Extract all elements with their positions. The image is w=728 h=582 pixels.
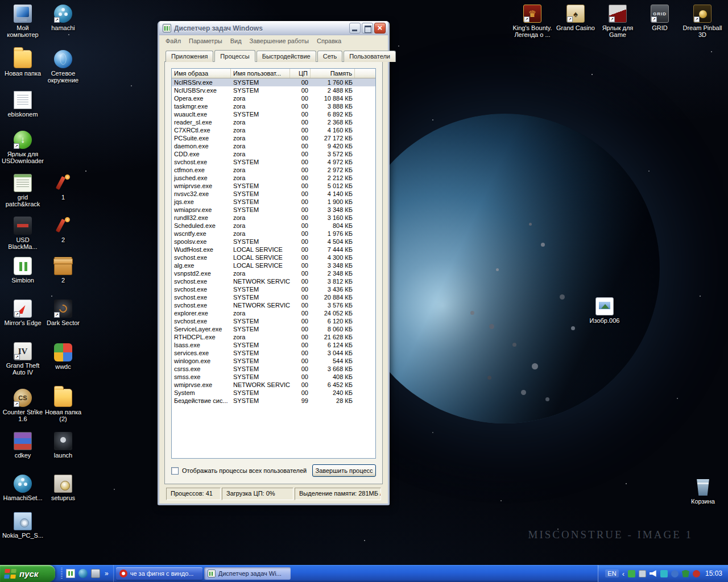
process-row[interactable]: jusched.exezora002 212 КБ xyxy=(172,174,375,182)
display-tray-icon[interactable] xyxy=(639,570,646,577)
end-process-button[interactable]: Завершить процесс xyxy=(312,464,376,477)
desktop-icon[interactable]: Мой компьютер xyxy=(1,5,44,38)
quick-launch-overflow-chevron-icon[interactable]: » xyxy=(104,569,109,577)
process-row[interactable]: wmiprvse.exeNETWORK SERVICE006 452 КБ xyxy=(172,381,375,389)
column-header[interactable]: Имя образа xyxy=(172,69,231,78)
process-row[interactable]: svchost.exeNETWORK SERVICE003 812 КБ xyxy=(172,277,375,285)
column-header[interactable]: Имя пользоват... xyxy=(231,69,290,78)
desktop-icon[interactable]: 2 xyxy=(42,217,85,243)
close-button[interactable] xyxy=(374,23,386,34)
menu-item[interactable]: Вид xyxy=(226,36,246,45)
process-row[interactable]: svchost.exeSYSTEM003 436 КБ xyxy=(172,285,375,293)
desktop-icon[interactable]: USD BlackMa... xyxy=(1,217,44,250)
process-row[interactable]: NclRSSrv.exeSYSTEM001 760 КБ xyxy=(172,78,375,86)
desktop-icon[interactable]: ↗Grand Casino xyxy=(554,5,597,31)
process-row[interactable]: SystemSYSTEM00240 КБ xyxy=(172,389,375,397)
taskbar-clock[interactable]: 15:03 xyxy=(704,569,722,577)
tab-item[interactable]: Сеть xyxy=(317,51,342,62)
tab-active[interactable]: Процессы xyxy=(214,50,255,62)
ql-messenger-icon[interactable] xyxy=(78,569,88,578)
menu-item[interactable]: Файл xyxy=(162,36,185,45)
desktop-icon[interactable]: Nokia_PC_S... xyxy=(1,512,44,539)
hamachi-tray-icon[interactable] xyxy=(628,570,635,577)
desktop-icon[interactable]: 2 xyxy=(42,257,85,284)
process-row[interactable]: ServiceLayer.exeSYSTEM008 060 КБ xyxy=(172,325,375,333)
desktop-icon[interactable]: Корзина xyxy=(681,478,725,505)
process-row[interactable]: taskmgr.exezora003 888 КБ xyxy=(172,102,375,110)
maximize-button[interactable] xyxy=(362,23,373,34)
desktop-icon[interactable]: Simbion xyxy=(1,257,44,284)
process-row[interactable]: svchost.exeNETWORK SERVICE003 576 КБ xyxy=(172,301,375,309)
pcsuite-tray-icon[interactable] xyxy=(660,570,668,577)
process-row[interactable]: wuauclt.exeSYSTEM006 892 КБ xyxy=(172,110,375,118)
process-row[interactable]: daemon.exezora009 420 КБ xyxy=(172,142,375,150)
desktop-icon[interactable]: ↗Grand Theft Auto IV xyxy=(1,342,44,376)
volume-icon[interactable] xyxy=(650,570,657,577)
process-row[interactable]: WudfHost.exeLOCAL SERVICE007 444 КБ xyxy=(172,246,375,253)
menu-item[interactable]: Завершение работы xyxy=(246,36,313,45)
process-row[interactable]: winlogon.exeSYSTEM00544 КБ xyxy=(172,357,375,365)
antivirus-tray-icon[interactable] xyxy=(682,570,689,577)
process-row[interactable]: jqs.exeSYSTEM001 900 КБ xyxy=(172,198,375,206)
ql-simbion-icon[interactable] xyxy=(66,569,75,578)
process-row[interactable]: wscntfy.exezora001 976 КБ xyxy=(172,230,375,238)
process-row[interactable]: svchost.exeSYSTEM0020 884 КБ xyxy=(172,293,375,301)
desktop-icon[interactable]: ↗hamachi xyxy=(42,5,85,31)
process-row[interactable]: Opera.exezora0010 884 КБ xyxy=(172,94,375,102)
process-row[interactable]: svchost.exeSYSTEM006 120 КБ xyxy=(172,317,375,325)
quick-launch-handle[interactable] xyxy=(61,568,63,579)
desktop-icon[interactable]: setuprus xyxy=(42,475,85,501)
show-all-users-checkbox[interactable] xyxy=(171,467,179,475)
process-row[interactable]: RTHDCPL.exezora0021 628 КБ xyxy=(172,333,375,341)
process-row[interactable]: wmiapsrv.exeSYSTEM003 348 КБ xyxy=(172,206,375,214)
taskbar-window-button[interactable]: че за фигня с виндо... xyxy=(116,567,202,580)
menu-item[interactable]: Справка xyxy=(313,36,345,45)
desktop-icon[interactable]: Изобр.006 xyxy=(583,297,626,324)
process-row[interactable]: reader_sl.exezora002 368 КБ xyxy=(172,118,375,126)
tab-item[interactable]: Приложения xyxy=(166,51,213,62)
desktop-icon[interactable]: ↗Dream Pinball 3D xyxy=(681,5,724,38)
desktop-icon[interactable]: ↗Ярлык для Game xyxy=(596,5,639,38)
process-row[interactable]: spoolsv.exeSYSTEM004 504 КБ xyxy=(172,238,375,246)
process-row[interactable]: NclUSBSrv.exeSYSTEM002 488 КБ xyxy=(172,86,375,94)
desktop-icon[interactable]: wwdc xyxy=(42,343,85,370)
process-row[interactable]: explorer.exezora0024 052 КБ xyxy=(172,309,375,317)
desktop-icon[interactable]: ebiskonem xyxy=(1,91,44,118)
process-row[interactable]: smss.exeSYSTEM00408 КБ xyxy=(172,373,375,381)
desktop-icon[interactable]: launch xyxy=(42,432,85,459)
language-indicator[interactable]: EN xyxy=(605,569,618,577)
process-row[interactable]: lsass.exeSYSTEM006 124 КБ xyxy=(172,341,375,349)
process-row[interactable]: vsnpstd2.exezora002 348 КБ xyxy=(172,269,375,277)
process-row[interactable]: Scheduled.exezora00804 КБ xyxy=(172,222,375,230)
process-row[interactable]: svchost.exeLOCAL SERVICE004 300 КБ xyxy=(172,253,375,261)
desktop-icon[interactable]: 1 xyxy=(42,174,85,201)
desktop-icon[interactable]: cdkey xyxy=(1,432,44,459)
update-tray-icon[interactable] xyxy=(671,570,679,577)
desktop-icon[interactable]: Сетевое окружение xyxy=(42,50,85,84)
tab-item[interactable]: Пользователи xyxy=(344,51,396,62)
process-row[interactable]: Бездействие сис...SYSTEM9928 КБ xyxy=(172,397,375,405)
process-row[interactable]: services.exeSYSTEM003 044 КБ xyxy=(172,349,375,357)
tray-collapse-chevron-icon[interactable]: ‹ xyxy=(622,569,624,578)
column-header[interactable]: ЦП xyxy=(290,69,311,78)
process-row[interactable]: csrss.exeSYSTEM003 668 КБ xyxy=(172,365,375,373)
process-row[interactable]: svchost.exeSYSTEM004 972 КБ xyxy=(172,158,375,166)
desktop-icon[interactable]: ↗Mirror's Edge xyxy=(1,300,44,326)
desktop-icon[interactable]: ↗GRID xyxy=(638,5,681,31)
start-button[interactable]: пуск xyxy=(0,565,55,582)
desktop-icon[interactable]: grid patch&krack xyxy=(1,174,44,207)
desktop-icon[interactable]: Новая папка (2) xyxy=(42,389,85,422)
desktop-icon[interactable]: ↗Dark Sector xyxy=(42,300,85,326)
minimize-button[interactable] xyxy=(349,23,361,34)
process-row[interactable]: CDD.exezora003 572 КБ xyxy=(172,150,375,158)
title-bar[interactable]: Диспетчер задач Windows xyxy=(159,21,388,35)
menu-item[interactable]: Параметры xyxy=(185,36,226,45)
process-row[interactable]: PCSuite.exezora0027 172 КБ xyxy=(172,134,375,142)
process-row[interactable]: alg.exeLOCAL SERVICE003 348 КБ xyxy=(172,261,375,269)
process-row[interactable]: rundll32.exezora003 160 КБ xyxy=(172,214,375,222)
desktop-icon[interactable]: HamachiSet... xyxy=(1,475,44,501)
process-row[interactable]: ctfmon.exezora002 972 КБ xyxy=(172,166,375,174)
desktop-icon[interactable]: ↗Counter Strike 1.6 xyxy=(1,389,44,422)
desktop-icon[interactable]: Новая папка xyxy=(1,50,44,77)
process-row[interactable]: wmiprvse.exeSYSTEM005 012 КБ xyxy=(172,182,375,190)
